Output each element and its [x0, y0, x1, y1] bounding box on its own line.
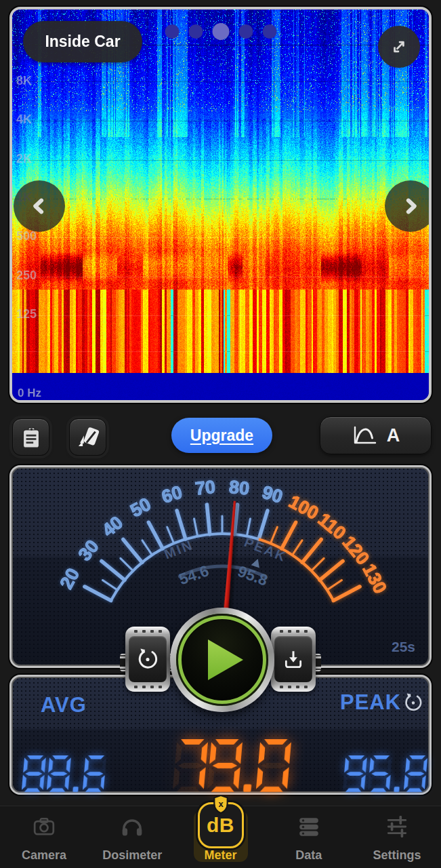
avg-value-display: [22, 755, 107, 792]
save-button[interactable]: [271, 627, 316, 692]
svg-text:x: x: [218, 799, 224, 809]
origin-frequency-label: 0 Hz: [18, 387, 41, 400]
svg-text:70: 70: [194, 477, 217, 499]
download-icon: [282, 648, 304, 670]
weighting-curve-icon: [352, 424, 379, 447]
chevron-left-icon: [28, 195, 51, 218]
svg-text:100: 100: [285, 491, 322, 524]
reset-icon: [136, 648, 159, 671]
svg-text:60: 60: [159, 481, 184, 507]
chevron-right-icon: [399, 195, 422, 218]
svg-text:110: 110: [314, 509, 350, 544]
peak-label-row: PEAK: [340, 690, 423, 715]
swatch-cards-button[interactable]: [69, 418, 106, 456]
svg-text:20: 20: [56, 565, 84, 593]
preset-pill[interactable]: Inside Car: [23, 21, 142, 62]
tab-settings[interactable]: Settings: [353, 806, 441, 868]
reset-icon: [403, 692, 423, 713]
shield-icon: x: [213, 795, 229, 814]
svg-text:50: 50: [127, 494, 154, 521]
freq-tick-label: 2K: [16, 152, 32, 166]
server-list-icon: [297, 816, 320, 837]
page-dot: [212, 23, 229, 40]
tab-label: Dosimeter: [102, 848, 162, 863]
tab-meter[interactable]: dB x Meter: [176, 806, 264, 868]
svg-text:80: 80: [228, 477, 251, 499]
peak-value: 95.8: [236, 562, 270, 589]
tab-label: Meter: [204, 848, 236, 863]
tab-dosimeter[interactable]: Dosimeter: [88, 806, 176, 868]
swatch-cards-icon: [76, 425, 100, 450]
screw-dots: [125, 630, 170, 633]
tab-label: Settings: [373, 848, 421, 863]
tab-label: Data: [295, 848, 322, 863]
weighting-label: A: [387, 425, 400, 446]
freq-tick-label: 250: [16, 269, 37, 283]
reset-session-button[interactable]: [125, 627, 170, 692]
db-badge-text: dB: [207, 814, 234, 837]
page-dot: [262, 24, 276, 39]
upgrade-button[interactable]: Upgrade: [171, 418, 272, 453]
freq-tick-label: 4K: [16, 113, 32, 127]
expand-icon: [388, 36, 410, 58]
screw-dots: [271, 686, 316, 688]
svg-text:130: 130: [358, 560, 391, 597]
peak-label: PEAK: [340, 690, 401, 715]
svg-text:90: 90: [259, 481, 285, 507]
screw-dots: [125, 686, 170, 688]
upgrade-label: Upgrade: [190, 427, 253, 444]
page-dot: [165, 24, 179, 39]
freq-tick-label: 8K: [16, 74, 32, 88]
preset-title: Inside Car: [45, 33, 120, 51]
fullscreen-button[interactable]: [378, 26, 420, 68]
plate-face: [274, 636, 312, 682]
svg-text:120: 120: [338, 532, 373, 569]
tab-data[interactable]: Data: [265, 806, 353, 868]
sliders-icon: [385, 816, 408, 837]
sound-meter-screen: 8K4K2K1K500250125 0 Hz Inside Car: [0, 0, 441, 868]
clipboard-icon: [19, 425, 43, 450]
spectrogram-canvas: [12, 9, 429, 400]
page-dot: [238, 24, 253, 39]
report-button[interactable]: [12, 418, 49, 456]
avg-label: AVG: [41, 693, 87, 717]
next-page-button[interactable]: [385, 180, 432, 232]
tab-label: Camera: [22, 848, 66, 863]
peak-reset-button[interactable]: [403, 692, 423, 713]
page-dots[interactable]: [165, 23, 276, 40]
peak-label: PEAK: [243, 534, 289, 565]
page-dot: [188, 24, 203, 39]
current-value-display: [173, 739, 291, 792]
elapsed-time: 25s: [392, 639, 415, 654]
prev-page-button[interactable]: [14, 180, 65, 232]
min-value: 54.6: [177, 561, 211, 588]
tab-bar: Camera Dosimeter dB x Meter: [0, 806, 441, 868]
play-button[interactable]: [170, 608, 274, 712]
svg-text:30: 30: [75, 536, 103, 565]
camera-icon: [33, 816, 56, 837]
db-badge-icon: dB x: [198, 802, 244, 848]
peak-value-display: [343, 755, 428, 792]
spectrogram-panel[interactable]: 8K4K2K1K500250125 0 Hz Inside Car: [9, 7, 432, 403]
svg-text:40: 40: [98, 512, 127, 540]
tab-camera[interactable]: Camera: [0, 806, 88, 868]
min-label: MIN: [162, 537, 195, 562]
frequency-weighting-button[interactable]: A: [320, 416, 432, 454]
plate-face: [129, 636, 167, 682]
headphones-icon: [121, 816, 144, 837]
screw-dots: [271, 630, 316, 633]
freq-tick-label: 125: [16, 307, 37, 321]
